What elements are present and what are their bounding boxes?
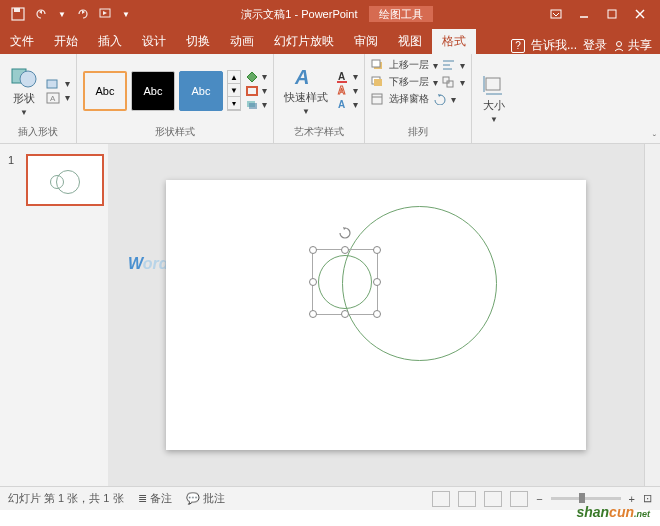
shape-style-1[interactable]: Abc: [83, 71, 127, 111]
zoom-in-icon[interactable]: +: [629, 493, 635, 505]
resize-handle-e[interactable]: [373, 278, 381, 286]
shapes-icon: [10, 65, 38, 89]
slide-canvas-area[interactable]: Word 联盟 Word 联盟: [108, 144, 644, 486]
text-effects-button[interactable]: A▾: [336, 99, 358, 111]
chevron-down-icon: ▼: [20, 108, 28, 117]
svg-rect-1: [14, 8, 20, 12]
slideshow-view-icon[interactable]: [510, 491, 528, 507]
ribbon-display-options-icon[interactable]: [544, 4, 568, 24]
gallery-down-icon[interactable]: ▼: [228, 84, 240, 97]
svg-rect-16: [249, 103, 257, 109]
quick-styles-button[interactable]: A 快速样式 ▼: [280, 64, 332, 118]
resize-handle-s[interactable]: [341, 310, 349, 318]
svg-rect-5: [608, 10, 616, 18]
help-icon[interactable]: ?: [511, 39, 525, 53]
share-icon: [613, 40, 625, 52]
align-icon[interactable]: [442, 59, 456, 71]
vertical-scrollbar[interactable]: [644, 144, 660, 486]
normal-view-icon[interactable]: [432, 491, 450, 507]
shape-outline-button[interactable]: ▾: [245, 85, 267, 97]
shape-fill-button[interactable]: ▾: [245, 71, 267, 83]
tab-review[interactable]: 审阅: [344, 29, 388, 54]
svg-text:A: A: [338, 85, 345, 96]
svg-rect-33: [486, 78, 500, 90]
slide-sorter-view-icon[interactable]: [458, 491, 476, 507]
close-icon[interactable]: [628, 4, 652, 24]
comments-button[interactable]: 💬 批注: [186, 491, 225, 506]
tab-home[interactable]: 开始: [44, 29, 88, 54]
size-icon: [482, 74, 506, 96]
slide-thumbnails-panel: 1: [0, 144, 108, 486]
tell-me[interactable]: 告诉我...: [531, 37, 577, 54]
shape-effects-button[interactable]: ▾: [245, 99, 267, 111]
start-from-beginning-icon[interactable]: [98, 6, 114, 22]
gallery-more-icon[interactable]: ▾: [228, 97, 240, 110]
svg-text:A: A: [294, 66, 309, 88]
shapes-button[interactable]: 形状 ▼: [6, 63, 42, 119]
svg-rect-19: [337, 81, 347, 83]
group-label-wordart-styles: 艺术字样式: [280, 123, 358, 139]
notes-button[interactable]: ≣ 备注: [138, 491, 172, 506]
selection-pane-icon: [371, 93, 385, 105]
maximize-icon[interactable]: [600, 4, 624, 24]
tab-design[interactable]: 设计: [132, 29, 176, 54]
selection-pane-button[interactable]: 选择窗格 ▾: [371, 92, 456, 106]
text-box-icon[interactable]: A▾: [46, 92, 70, 104]
quick-access-toolbar: ▼ ▼: [0, 6, 130, 22]
resize-handle-se[interactable]: [373, 310, 381, 318]
qat-customize-icon[interactable]: ▼: [122, 10, 130, 19]
share-button[interactable]: 共享: [613, 37, 652, 54]
group-label-shape-styles: 形状样式: [83, 123, 267, 139]
chevron-down-icon: ▼: [490, 115, 498, 124]
edit-shape-icon[interactable]: ▾: [46, 78, 70, 90]
tab-format[interactable]: 格式: [432, 29, 476, 54]
selection-box[interactable]: [312, 249, 378, 315]
resize-handle-nw[interactable]: [309, 246, 317, 254]
title-bar: ▼ ▼ 演示文稿1 - PowerPoint 绘图工具: [0, 0, 660, 28]
send-backward-button[interactable]: 下移一层 ▾ ▾: [371, 75, 465, 89]
resize-handle-ne[interactable]: [373, 246, 381, 254]
shape-style-3[interactable]: Abc: [179, 71, 223, 111]
text-outline-button[interactable]: A▾: [336, 85, 358, 97]
group-wordart-styles: A 快速样式 ▼ A▾ A▾ A▾ 艺术字样式: [274, 54, 365, 143]
resize-handle-n[interactable]: [341, 246, 349, 254]
signin-button[interactable]: 登录: [583, 37, 607, 54]
tab-transitions[interactable]: 切换: [176, 29, 220, 54]
slide-counter: 幻灯片 第 1 张，共 1 张: [8, 491, 124, 506]
contextual-tab-label: 绘图工具: [369, 6, 433, 22]
window-controls: [544, 4, 660, 24]
svg-rect-30: [447, 81, 453, 87]
slide[interactable]: [166, 180, 586, 450]
undo-dropdown-icon[interactable]: ▼: [58, 10, 66, 19]
rotate-icon[interactable]: [433, 93, 447, 105]
zoom-slider[interactable]: [551, 497, 621, 500]
undo-icon[interactable]: [34, 6, 50, 22]
svg-text:A: A: [50, 94, 56, 103]
text-fill-button[interactable]: A▾: [336, 71, 358, 83]
tab-slideshow[interactable]: 幻灯片放映: [264, 29, 344, 54]
thumb-shape-circle-small: [50, 175, 64, 189]
resize-handle-w[interactable]: [309, 278, 317, 286]
group-icon[interactable]: [442, 76, 456, 88]
reading-view-icon[interactable]: [484, 491, 502, 507]
tab-file[interactable]: 文件: [0, 29, 44, 54]
tab-animations[interactable]: 动画: [220, 29, 264, 54]
svg-rect-29: [443, 77, 449, 83]
resize-handle-sw[interactable]: [309, 310, 317, 318]
redo-icon[interactable]: [74, 6, 90, 22]
zoom-out-icon[interactable]: −: [536, 493, 542, 505]
group-shape-styles: Abc Abc Abc ▲ ▼ ▾ ▾ ▾ ▾ 形状样式: [77, 54, 274, 143]
bring-forward-button[interactable]: 上移一层 ▾ ▾: [371, 58, 465, 72]
svg-rect-31: [372, 94, 382, 104]
minimize-icon[interactable]: [572, 4, 596, 24]
rotate-handle-icon[interactable]: [338, 226, 352, 240]
svg-rect-3: [551, 10, 561, 18]
collැribbon-collapse-icon[interactable]: ˇ: [653, 134, 656, 145]
tab-insert[interactable]: 插入: [88, 29, 132, 54]
gallery-up-icon[interactable]: ▲: [228, 71, 240, 84]
save-icon[interactable]: [10, 6, 26, 22]
size-button[interactable]: 大小 ▼: [478, 72, 510, 126]
slide-thumbnail-1[interactable]: [26, 154, 104, 206]
shape-style-2[interactable]: Abc: [131, 71, 175, 111]
tab-view[interactable]: 视图: [388, 29, 432, 54]
